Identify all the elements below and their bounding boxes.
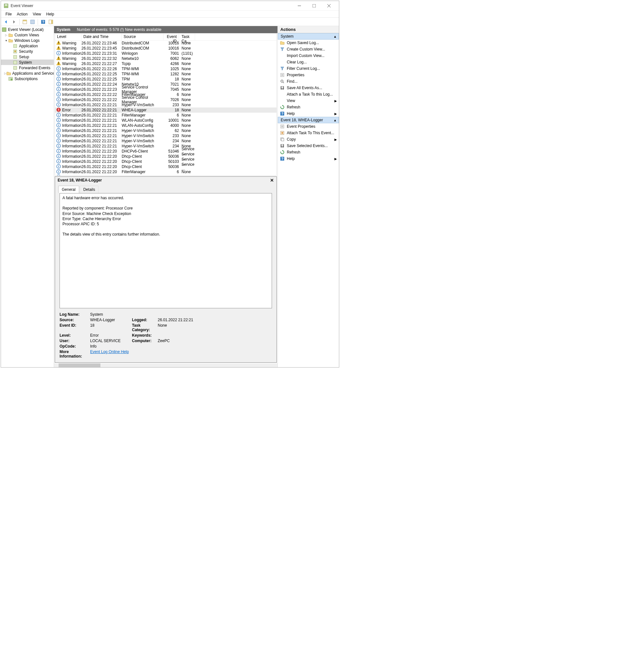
event-list[interactable]: Level Date and Time Source Event ID Task… xyxy=(55,33,277,176)
event-row[interactable]: Warning26.01.2022 21:23:46DistributedCOM… xyxy=(55,40,277,46)
collapse-icon[interactable]: ▴ xyxy=(334,34,336,39)
action-item[interactable]: Clear Log... xyxy=(278,59,339,65)
properties-button[interactable] xyxy=(29,18,36,25)
tree-system[interactable]: System xyxy=(19,60,32,65)
event-row[interactable]: Information26.01.2022 21:22:21Hyper-V-Vm… xyxy=(55,128,277,133)
action-label: Copy xyxy=(287,137,296,142)
cell-source: FilterManager xyxy=(122,175,164,176)
action-item[interactable]: ?Help▶ xyxy=(278,110,339,117)
event-row[interactable]: Information26.01.2022 21:22:25TPM18None xyxy=(55,77,277,82)
expand-icon[interactable]: ▷ xyxy=(4,72,6,75)
horizontal-scrollbar[interactable] xyxy=(54,363,278,367)
action-item[interactable]: Create Custom View... xyxy=(278,46,339,52)
event-row[interactable]: Information26.01.2022 21:22:21Hyper-V-Vm… xyxy=(55,138,277,143)
action-item[interactable]: Save Selected Events... xyxy=(278,142,339,149)
event-row[interactable]: Information26.01.2022 21:22:20Dhcp-Clien… xyxy=(55,154,277,159)
tree-application[interactable]: Application xyxy=(19,44,38,48)
action-item[interactable]: Refresh xyxy=(278,104,339,110)
event-row[interactable]: Warning26.01.2022 21:22:27Tcpip4266None xyxy=(55,61,277,66)
detail-close-button[interactable]: ✕ xyxy=(270,178,274,183)
cell-level: Warning xyxy=(62,56,82,61)
col-source[interactable]: Source xyxy=(122,33,164,40)
event-row[interactable]: Information26.01.2022 21:22:26TPM-WMI102… xyxy=(55,66,277,72)
close-button[interactable] xyxy=(322,1,336,11)
minimize-button[interactable] xyxy=(292,1,307,11)
event-row[interactable]: Information26.01.2022 21:22:21Hyper-V-Vm… xyxy=(55,143,277,149)
tab-details[interactable]: Details xyxy=(80,186,99,193)
event-row[interactable]: Information26.01.2022 21:22:25TPM-WMI128… xyxy=(55,72,277,77)
col-eventid[interactable]: Event ID xyxy=(164,33,179,40)
event-row[interactable]: Information26.01.2022 21:22:24Netwtw1070… xyxy=(55,82,277,87)
link-moreinfo[interactable]: Event Log Online Help xyxy=(90,349,132,358)
tree-subscriptions[interactable]: Subscriptions xyxy=(14,77,38,81)
back-button[interactable] xyxy=(3,18,10,25)
tree-forwarded[interactable]: Forwarded Events xyxy=(19,66,50,70)
action-item[interactable]: Copy▶ xyxy=(278,136,339,142)
svg-rect-106 xyxy=(281,88,283,89)
collapse-icon[interactable]: ▾ xyxy=(4,39,8,42)
cell-eventid: 18 xyxy=(164,108,179,112)
nav-tree[interactable]: Event Viewer (Local) ▷Custom Views ▾Wind… xyxy=(1,26,54,367)
maximize-button[interactable] xyxy=(307,1,322,11)
lbl-computer: Computer: xyxy=(132,339,158,343)
help-button[interactable]: ? xyxy=(39,18,47,25)
action-label: Clear Log... xyxy=(287,60,307,65)
col-taskcat[interactable]: Task Ca... xyxy=(179,33,195,40)
event-row[interactable]: Information26.01.2022 21:23:31Winlogon70… xyxy=(55,51,277,56)
action-item[interactable]: Find... xyxy=(278,78,339,85)
tree-root[interactable]: Event Viewer (Local) xyxy=(8,27,44,32)
tree-security[interactable]: Security xyxy=(19,49,33,54)
event-row[interactable]: Information26.01.2022 21:22:21WLAN-AutoC… xyxy=(55,123,277,128)
collapse-icon[interactable]: ▴ xyxy=(334,118,336,122)
action-item[interactable]: Event Properties xyxy=(278,123,339,130)
tree-windows-logs[interactable]: Windows Logs xyxy=(14,38,39,43)
column-headers[interactable]: Level Date and Time Source Event ID Task… xyxy=(55,33,277,40)
event-row[interactable]: Information26.01.2022 21:22:21Hyper-V-Vm… xyxy=(55,133,277,138)
event-row[interactable]: Error26.01.2022 21:22:21WHEA-Logger18Non… xyxy=(55,108,277,113)
event-row[interactable]: Information26.01.2022 21:22:21FilterMana… xyxy=(55,113,277,118)
menu-help[interactable]: Help xyxy=(44,11,57,17)
show-hide-tree-button[interactable] xyxy=(21,18,28,25)
event-row[interactable]: Information26.01.2022 21:22:20FilterMana… xyxy=(55,175,277,176)
titlebar[interactable]: Event Viewer xyxy=(1,1,339,11)
cell-taskcat: None xyxy=(179,103,195,107)
help-icon: ? xyxy=(280,111,285,116)
event-row[interactable]: Information26.01.2022 21:22:20DHCPv6-Cli… xyxy=(55,149,277,154)
action-item[interactable]: Open Saved Log... xyxy=(278,39,339,46)
action-item[interactable]: Attach Task To This Event... xyxy=(278,130,339,136)
event-row[interactable]: Information26.01.2022 21:22:20Dhcp-Clien… xyxy=(55,159,277,164)
event-row[interactable]: Information26.01.2022 21:22:20FilterMana… xyxy=(55,169,277,175)
col-datetime[interactable]: Date and Time xyxy=(82,33,122,40)
action-item[interactable]: Import Custom View... xyxy=(278,52,339,59)
menu-view[interactable]: View xyxy=(30,11,44,17)
forward-button[interactable] xyxy=(11,18,18,25)
action-item[interactable]: Save All Events As... xyxy=(278,85,339,91)
event-row[interactable]: Warning26.01.2022 21:22:32Netwtw106062No… xyxy=(55,56,277,61)
svg-rect-37 xyxy=(58,73,59,75)
action-item[interactable]: Properties xyxy=(278,72,339,78)
tree-custom-views[interactable]: Custom Views xyxy=(14,33,39,37)
action-item[interactable]: ?Help▶ xyxy=(278,155,339,162)
tab-general[interactable]: General xyxy=(58,186,79,193)
tree-apps-services[interactable]: Applications and Services Logs xyxy=(12,71,54,76)
event-row[interactable]: Warning26.01.2022 21:23:45DistributedCOM… xyxy=(55,46,277,51)
cell-datetime: 26.01.2022 21:22:24 xyxy=(82,82,122,87)
action-item[interactable]: Filter Current Log... xyxy=(278,65,339,72)
menu-action[interactable]: Action xyxy=(14,11,30,17)
actions-section-system[interactable]: System▴ xyxy=(278,33,339,39)
event-row[interactable]: Information26.01.2022 21:22:22FilterMana… xyxy=(55,92,277,97)
col-level[interactable]: Level xyxy=(55,33,82,40)
event-row[interactable]: Information26.01.2022 21:22:21WLAN-AutoC… xyxy=(55,118,277,123)
tree-setup[interactable]: Setup xyxy=(19,55,29,59)
menu-file[interactable]: File xyxy=(3,11,14,17)
actions-section-event[interactable]: Event 18, WHEA-Logger▴ xyxy=(278,117,339,123)
action-item[interactable]: Attach a Task To this Log... xyxy=(278,91,339,98)
event-row[interactable]: Information26.01.2022 21:22:20Dhcp-Clien… xyxy=(55,164,277,169)
event-row[interactable]: Information26.01.2022 21:22:21Hyper-V-Vm… xyxy=(55,102,277,108)
expand-icon[interactable]: ▷ xyxy=(4,33,8,37)
action-item[interactable]: Refresh xyxy=(278,149,339,155)
action-item[interactable]: View▶ xyxy=(278,98,339,104)
show-hide-action-button[interactable] xyxy=(47,18,55,25)
event-row[interactable]: Information26.01.2022 21:22:22Service Co… xyxy=(55,97,277,102)
event-row[interactable]: Information26.01.2022 21:22:23Service Co… xyxy=(55,87,277,92)
